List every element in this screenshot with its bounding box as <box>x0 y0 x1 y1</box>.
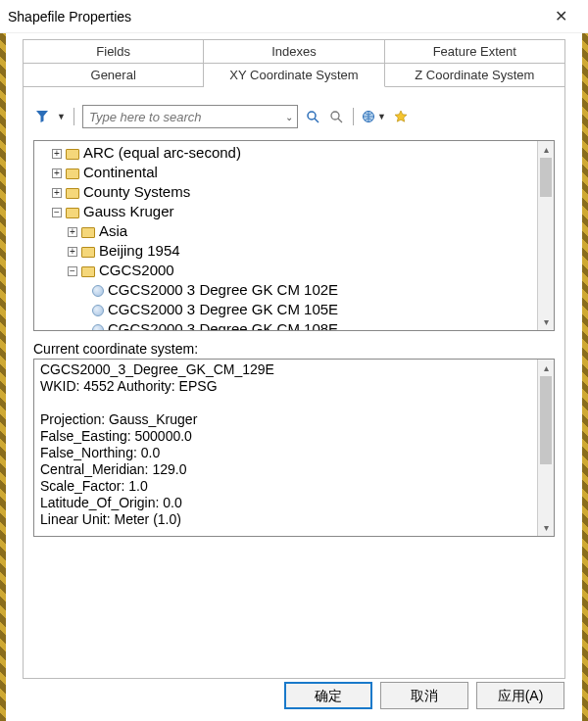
toolbar-separator-2 <box>353 108 354 125</box>
projection-icon <box>92 324 104 330</box>
expand-icon[interactable]: + <box>52 149 62 159</box>
details-scrollbar[interactable]: ▴ ▾ <box>537 360 554 536</box>
coordinate-system-tree[interactable]: +ARC (equal arc-second) +Continental +Co… <box>33 140 555 331</box>
scroll-down-icon[interactable]: ▾ <box>538 313 554 330</box>
tree-label: County Systems <box>83 183 190 200</box>
new-crs-button[interactable]: ▼ <box>362 110 386 123</box>
folder-icon <box>81 266 95 277</box>
tree-item-105e[interactable]: CGCS2000 3 Degree GK CM 105E <box>38 300 533 319</box>
svg-point-2 <box>331 112 339 120</box>
apply-button[interactable]: 应用(A) <box>476 682 564 709</box>
folder-icon <box>66 168 79 179</box>
tree-label: Continental <box>83 164 158 180</box>
toolbar-separator <box>74 108 74 125</box>
tree-node-gauss-kruger[interactable]: −Gauss Kruger <box>38 202 533 221</box>
scroll-down-icon[interactable]: ▾ <box>538 519 554 536</box>
tree-node-beijing1954[interactable]: +Beijing 1954 <box>38 241 533 261</box>
tree-item-108e[interactable]: CGCS2000 3 Degree GK CM 108E <box>38 319 533 330</box>
expand-icon[interactable]: + <box>68 247 77 257</box>
collapse-icon[interactable]: − <box>52 208 62 217</box>
window-title: Shapefile Properties <box>8 9 131 24</box>
scroll-thumb[interactable] <box>540 376 552 464</box>
close-button[interactable]: ✕ <box>545 5 576 28</box>
tab-z-coordinate-system[interactable]: Z Coordinate System <box>385 63 565 87</box>
cancel-button[interactable]: 取消 <box>380 682 468 709</box>
current-cs-box: CGCS2000_3_Degree_GK_CM_129E WKID: 4552 … <box>33 359 555 537</box>
favorite-star-icon[interactable] <box>392 108 410 125</box>
scroll-up-icon[interactable]: ▴ <box>538 360 554 376</box>
expand-icon[interactable]: + <box>68 227 77 237</box>
filter-icon[interactable] <box>33 108 51 125</box>
tree-node-arc[interactable]: +ARC (equal arc-second) <box>38 143 533 163</box>
tree-node-county[interactable]: +County Systems <box>38 182 533 202</box>
tree-node-cgcs2000[interactable]: −CGCS2000 <box>38 261 533 280</box>
world-search-icon[interactable] <box>327 108 345 125</box>
scroll-up-icon[interactable]: ▴ <box>538 141 554 158</box>
right-edge-decor <box>582 33 588 721</box>
tree-scrollbar[interactable]: ▴ ▾ <box>537 141 554 330</box>
tab-feature-extent[interactable]: Feature Extent <box>385 39 565 63</box>
tree-node-continental[interactable]: +Continental <box>38 163 533 182</box>
tree-label: Gauss Kruger <box>83 203 174 219</box>
current-cs-label: Current coordinate system: <box>33 341 555 357</box>
expand-icon[interactable]: + <box>52 168 62 178</box>
folder-icon <box>66 188 79 199</box>
tree-label: ARC (equal arc-second) <box>83 144 241 161</box>
search-input[interactable] <box>83 110 280 124</box>
svg-point-0 <box>308 112 316 120</box>
expand-icon[interactable]: + <box>52 188 62 198</box>
tree-node-asia[interactable]: +Asia <box>38 221 533 241</box>
left-edge-decor <box>0 33 6 721</box>
folder-icon <box>66 208 79 218</box>
search-combo[interactable]: ⌄ <box>82 105 298 128</box>
folder-icon <box>81 247 95 258</box>
tab-xy-coordinate-system[interactable]: XY Coordinate System <box>204 63 384 87</box>
svg-line-1 <box>315 119 318 122</box>
tree-label: CGCS2000 3 Degree GK CM 105E <box>108 301 338 317</box>
ok-button[interactable]: 确定 <box>284 682 372 709</box>
tab-general[interactable]: General <box>23 63 204 87</box>
collapse-icon[interactable]: − <box>68 266 77 276</box>
chevron-down-icon[interactable]: ⌄ <box>280 112 297 122</box>
folder-icon <box>66 149 79 160</box>
projection-icon <box>92 285 104 297</box>
tree-label: Asia <box>99 222 127 239</box>
search-icon[interactable] <box>304 108 321 125</box>
folder-icon <box>81 227 95 238</box>
chevron-down-icon: ▼ <box>377 112 386 121</box>
tab-indexes[interactable]: Indexes <box>204 39 384 63</box>
current-cs-text: CGCS2000_3_Degree_GK_CM_129E WKID: 4552 … <box>34 360 537 536</box>
tree-item-102e[interactable]: CGCS2000 3 Degree GK CM 102E <box>38 280 533 300</box>
svg-line-3 <box>338 119 342 122</box>
scroll-thumb[interactable] <box>540 158 552 197</box>
tree-label: Beijing 1954 <box>99 242 180 259</box>
tab-fields[interactable]: Fields <box>23 39 204 63</box>
tree-label: CGCS2000 3 Degree GK CM 108E <box>108 320 338 330</box>
tree-label: CGCS2000 3 Degree GK CM 102E <box>108 281 338 298</box>
projection-icon <box>92 305 104 316</box>
filter-dropdown-icon[interactable]: ▼ <box>57 112 66 121</box>
tree-label: CGCS2000 <box>99 262 174 278</box>
